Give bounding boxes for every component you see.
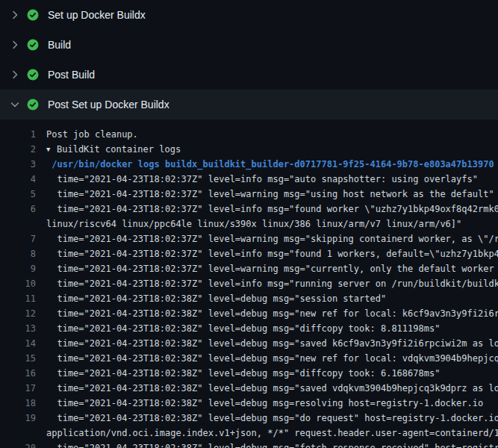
group-title: BuildKit container logs: [57, 144, 181, 155]
log-line-text: time="2021-04-23T18:02:38Z" level=debug …: [46, 351, 498, 366]
log-line-text: linux/riscv64 linux/ppc64le linux/s390x …: [46, 217, 498, 231]
log-line-text: time="2021-04-23T18:02:37Z" level=warnin…: [46, 261, 498, 276]
log-line: 14 time="2021-04-23T18:02:38Z" level=deb…: [0, 336, 498, 351]
line-number[interactable]: 5: [0, 187, 46, 202]
line-number[interactable]: 19: [0, 411, 46, 426]
log-line: application/vnd.oci.image.index.v1+json,…: [0, 426, 498, 441]
check-circle-icon: [27, 99, 39, 111]
log-line-text: time="2021-04-23T18:02:37Z" level=info m…: [46, 276, 498, 291]
log-line-text: time="2021-04-23T18:02:38Z" level=debug …: [46, 441, 498, 448]
log-line: 1Post job cleanup.: [0, 127, 498, 142]
log-line: 7 time="2021-04-23T18:02:37Z" level=warn…: [0, 231, 498, 246]
log-line: 2▼BuildKit container logs: [0, 142, 498, 157]
log-line: 3 /usr/bin/docker logs buildx_buildkit_b…: [0, 157, 498, 172]
log-line-text: time="2021-04-23T18:02:38Z" level=debug …: [46, 291, 498, 306]
line-number[interactable]: 20: [0, 441, 46, 448]
step-label: Post Set up Docker Buildx: [48, 99, 169, 111]
log-line: 13 time="2021-04-23T18:02:38Z" level=deb…: [0, 321, 498, 336]
step-row-post-set-up-docker-buildx[interactable]: Post Set up Docker Buildx: [0, 90, 498, 119]
line-number[interactable]: 16: [0, 366, 46, 381]
line-number[interactable]: 1: [0, 127, 46, 142]
step-list: Set up Docker BuildxBuildPost BuildPost …: [0, 0, 498, 119]
log-line-text: time="2021-04-23T18:02:38Z" level=debug …: [46, 336, 498, 351]
line-number[interactable]: 17: [0, 381, 46, 396]
log-line: 6 time="2021-04-23T18:02:37Z" level=info…: [0, 202, 498, 217]
log-group-header[interactable]: ▼BuildKit container logs: [46, 142, 498, 157]
chevron-right-icon: [9, 39, 21, 51]
step-row-build[interactable]: Build: [0, 30, 498, 60]
line-number[interactable]: 11: [0, 291, 46, 306]
step-label: Post Build: [48, 69, 95, 81]
log-line: 16 time="2021-04-23T18:02:38Z" level=deb…: [0, 366, 498, 381]
line-number[interactable]: 4: [0, 172, 46, 187]
line-number[interactable]: 6: [0, 202, 46, 217]
chevron-down-icon: [9, 99, 21, 111]
chevron-right-icon: [9, 9, 21, 21]
log-line-text: application/vnd.oci.image.index.v1+json,…: [46, 426, 498, 441]
log-line-text: time="2021-04-23T18:02:38Z" level=debug …: [46, 306, 498, 321]
log-line: 8 time="2021-04-23T18:02:37Z" level=info…: [0, 246, 498, 261]
line-number[interactable]: 10: [0, 276, 46, 291]
line-number[interactable]: 2: [0, 142, 46, 157]
log-line-text: time="2021-04-23T18:02:37Z" level=info m…: [46, 172, 498, 187]
log-line: 18 time="2021-04-23T18:02:38Z" level=deb…: [0, 396, 498, 411]
line-number[interactable]: 12: [0, 306, 46, 321]
log-line: 4 time="2021-04-23T18:02:37Z" level=info…: [0, 172, 498, 187]
log-line-text: time="2021-04-23T18:02:38Z" level=debug …: [46, 321, 498, 336]
workflow-job-log: Set up Docker BuildxBuildPost BuildPost …: [0, 0, 498, 448]
check-circle-icon: [27, 39, 39, 51]
log-line-text: Post job cleanup.: [46, 127, 498, 142]
step-row-set-up-docker-buildx[interactable]: Set up Docker Buildx: [0, 0, 498, 30]
line-number: [0, 217, 46, 231]
check-circle-icon: [27, 9, 39, 21]
log-line: 11 time="2021-04-23T18:02:38Z" level=deb…: [0, 291, 498, 306]
log-line: 9 time="2021-04-23T18:02:37Z" level=warn…: [0, 261, 498, 276]
line-number: [0, 426, 46, 441]
log-line: 15 time="2021-04-23T18:02:38Z" level=deb…: [0, 351, 498, 366]
line-number[interactable]: 7: [0, 231, 46, 246]
log-line: 20 time="2021-04-23T18:02:38Z" level=deb…: [0, 441, 498, 448]
log-line-text: time="2021-04-23T18:02:37Z" level=info m…: [46, 246, 498, 261]
log-line-text: time="2021-04-23T18:02:38Z" level=debug …: [46, 381, 498, 396]
log-line-text: time="2021-04-23T18:02:38Z" level=debug …: [46, 396, 498, 411]
log-line: 19 time="2021-04-23T18:02:38Z" level=deb…: [0, 411, 498, 426]
chevron-right-icon: [9, 69, 21, 81]
log-line: 5 time="2021-04-23T18:02:37Z" level=warn…: [0, 187, 498, 202]
line-number[interactable]: 13: [0, 321, 46, 336]
log-line-text: time="2021-04-23T18:02:38Z" level=debug …: [46, 411, 498, 426]
log-line-text: time="2021-04-23T18:02:38Z" level=debug …: [46, 366, 498, 381]
log-line-text: time="2021-04-23T18:02:37Z" level=warnin…: [46, 231, 498, 246]
line-number[interactable]: 14: [0, 336, 46, 351]
step-row-post-build[interactable]: Post Build: [0, 60, 498, 90]
check-circle-icon: [27, 69, 39, 81]
line-number[interactable]: 8: [0, 246, 46, 261]
log-command-text: /usr/bin/docker logs buildx_buildkit_bui…: [46, 157, 498, 172]
log-line-text: time="2021-04-23T18:02:37Z" level=warnin…: [46, 187, 498, 202]
log-line-text: time="2021-04-23T18:02:37Z" level=info m…: [46, 202, 498, 217]
group-toggle-icon[interactable]: ▼: [46, 142, 57, 157]
log-line: 10 time="2021-04-23T18:02:37Z" level=inf…: [0, 276, 498, 291]
log-line: 17 time="2021-04-23T18:02:38Z" level=deb…: [0, 381, 498, 396]
line-number[interactable]: 18: [0, 396, 46, 411]
line-number[interactable]: 9: [0, 261, 46, 276]
log-line: 12 time="2021-04-23T18:02:38Z" level=deb…: [0, 306, 498, 321]
step-label: Build: [48, 39, 71, 51]
log-lines: 1Post job cleanup.2▼BuildKit container l…: [0, 127, 498, 448]
step-label: Set up Docker Buildx: [48, 9, 146, 21]
line-number[interactable]: 3: [0, 157, 46, 172]
line-number[interactable]: 15: [0, 351, 46, 366]
log-panel: 1Post job cleanup.2▼BuildKit container l…: [0, 119, 498, 448]
log-line: linux/riscv64 linux/ppc64le linux/s390x …: [0, 217, 498, 231]
